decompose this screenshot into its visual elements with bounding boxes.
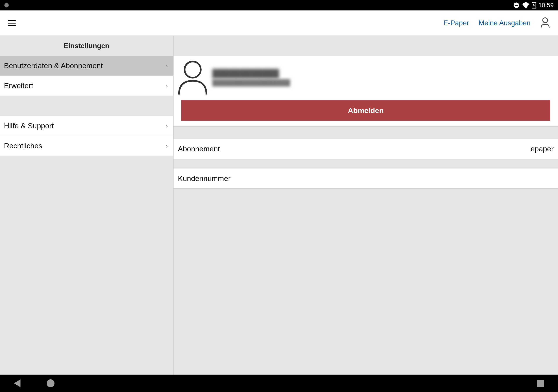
menu-icon[interactable]: [8, 19, 17, 27]
status-bar: 10:59: [0, 0, 558, 10]
wifi-icon: [522, 2, 529, 8]
svg-point-4: [543, 18, 548, 22]
detail-label: Abonnement: [178, 145, 220, 153]
main: Einstellungen Benutzerdaten & Abonnement…: [0, 36, 558, 375]
avatar-icon: [177, 60, 208, 95]
sidebar-gap: [0, 96, 173, 116]
status-right: 10:59: [513, 2, 554, 9]
chevron-right-icon: ›: [166, 142, 168, 149]
profile-card: ████████████ ██████████████████ Abmelden: [174, 56, 558, 126]
chevron-right-icon: ›: [166, 122, 168, 129]
svg-rect-1: [515, 5, 518, 6]
sidebar-item-label: Erweitert: [4, 81, 33, 90]
sidebar-title-row: Einstellungen: [0, 36, 173, 56]
svg-rect-3: [533, 2, 534, 3]
home-icon[interactable]: [47, 379, 54, 387]
chevron-right-icon: ›: [166, 82, 168, 89]
do-not-disturb-icon: [513, 2, 520, 9]
content-gap: [174, 126, 558, 139]
sidebar-item-label: Hilfe & Support: [4, 121, 54, 130]
sidebar-item-benutzerdaten[interactable]: Benutzerdaten & Abonnement ›: [0, 56, 173, 76]
content-gap: [174, 36, 558, 56]
sidebar-item-hilfe[interactable]: Hilfe & Support ›: [0, 116, 173, 136]
logout-button[interactable]: Abmelden: [181, 100, 550, 121]
profile-name: ████████████: [212, 69, 554, 78]
toolbar-link-meine-ausgaben[interactable]: Meine Ausgaben: [479, 19, 531, 27]
status-dot-icon: [4, 3, 9, 7]
battery-charging-icon: [532, 2, 536, 9]
sidebar-item-label: Benutzerdaten & Abonnement: [4, 61, 103, 70]
status-left: [4, 3, 9, 7]
recent-apps-icon[interactable]: [537, 380, 544, 387]
status-time: 10:59: [538, 2, 554, 9]
content-gap: [174, 159, 558, 169]
sidebar-title: Einstellungen: [64, 42, 109, 50]
detail-label: Kundennummer: [178, 174, 231, 183]
nav-bar: [0, 375, 558, 392]
detail-row-kundennummer: Kundennummer: [174, 169, 558, 189]
content: ████████████ ██████████████████ Abmelden…: [174, 36, 558, 375]
chevron-right-icon: ›: [166, 62, 168, 69]
toolbar: E-Paper Meine Ausgaben: [0, 10, 558, 36]
user-icon[interactable]: [540, 17, 550, 29]
sidebar-item-label: Rechtliches: [4, 142, 42, 150]
back-icon[interactable]: [14, 379, 20, 387]
detail-value: epaper: [531, 145, 554, 153]
svg-point-5: [185, 62, 201, 78]
profile-email: ██████████████████: [212, 79, 554, 86]
detail-row-abonnement: Abonnement epaper: [174, 139, 558, 159]
sidebar-item-rechtliches[interactable]: Rechtliches ›: [0, 136, 173, 156]
toolbar-link-epaper[interactable]: E-Paper: [443, 19, 469, 27]
sidebar: Einstellungen Benutzerdaten & Abonnement…: [0, 36, 174, 375]
sidebar-item-erweitert[interactable]: Erweitert ›: [0, 76, 173, 96]
